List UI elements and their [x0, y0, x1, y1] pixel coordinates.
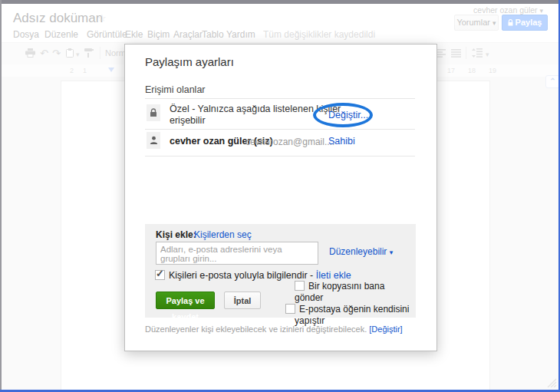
person-icon — [150, 136, 158, 145]
send-copy-label: Bir kopyasını bana gönder — [295, 281, 384, 303]
dialog-title: Paylaşım ayarları — [145, 55, 234, 68]
access-heading: Erişimi olanlar — [145, 84, 206, 95]
lock-icon-cell — [147, 104, 160, 121]
window-frame-left — [0, 0, 2, 392]
add-people-panel: Kişi ekle: Kişilerden seç Düzenleyebilir… — [145, 224, 416, 318]
extra-options: Bir kopyasını bana gönder E-postaya öğen… — [285, 281, 413, 327]
add-people-label: Kişi ekle: — [156, 229, 196, 240]
notify-label: Kişileri e-posta yoluyla bilgilendir - — [169, 270, 313, 281]
paste-item-option: E-postaya öğenin kendisini yapıştır — [285, 304, 413, 327]
permission-dropdown[interactable]: Düzenleyebilir ▾ — [329, 246, 393, 257]
send-copy-checkbox[interactable] — [295, 281, 305, 291]
footer-text: Düzenleyenler kişi ekleyebilecek ve izin… — [145, 324, 367, 334]
chevron-down-icon: ▾ — [390, 249, 394, 256]
lock-icon — [150, 108, 157, 117]
choose-from-contacts-link[interactable]: Kişilerden seç — [194, 229, 252, 240]
cancel-button[interactable]: İptal — [224, 292, 261, 309]
annotation-ellipse — [313, 103, 373, 127]
add-message-link[interactable]: İleti ekle — [316, 270, 351, 281]
paste-item-label: E-postaya öğenin kendisini yapıştır — [295, 304, 409, 326]
divider — [145, 129, 415, 130]
sharing-dialog: Paylaşım ayarları Erişimi olanlar Özel -… — [124, 44, 437, 351]
share-save-button[interactable]: Paylaş ve kaydet — [156, 292, 215, 309]
check-icon: ✓ — [156, 268, 164, 279]
owner-email: cevherozan@gmail.... — [245, 137, 334, 147]
footer-change-link[interactable]: [Değiştir] — [369, 324, 402, 334]
permission-dropdown-label: Düzenleyebilir — [329, 246, 387, 257]
invite-people-input[interactable] — [156, 242, 318, 265]
dialog-footer: Düzenleyenler kişi ekleyebilecek ve izin… — [145, 324, 403, 334]
divider — [145, 156, 415, 156]
paste-item-checkbox[interactable] — [285, 304, 295, 314]
divider — [145, 98, 415, 99]
person-icon-cell — [147, 132, 160, 149]
notify-row: ✓Kişileri e-posta yoluyla bilgilendir - … — [155, 270, 351, 281]
application-window: Adsız doküman ☆ cevher ozan güler ▾ Yoru… — [0, 0, 560, 392]
send-copy-option: Bir kopyasını bana gönder — [285, 281, 413, 304]
owner-role-link[interactable]: Sahibi — [328, 136, 355, 147]
notify-checkbox[interactable]: ✓ — [155, 270, 165, 280]
window-frame-top — [0, 0, 560, 4]
